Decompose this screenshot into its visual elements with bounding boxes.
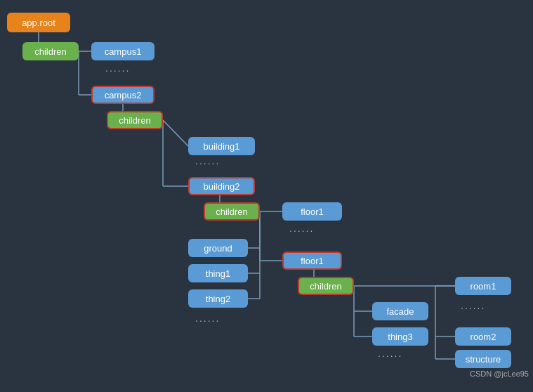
watermark: CSDN @jcLee95 (470, 370, 529, 378)
node-thing2[interactable]: thing2 (188, 289, 248, 308)
node-campus2[interactable]: campus2 (91, 86, 154, 104)
node-thing1[interactable]: thing1 (188, 264, 248, 282)
svg-line-5 (163, 120, 188, 146)
node-children-3[interactable]: children (204, 202, 260, 221)
node-building2[interactable]: building2 (188, 177, 255, 195)
node-children-1[interactable]: children (22, 42, 79, 60)
node-ground[interactable]: ground (188, 239, 248, 257)
diagram-container: app.root children campus1 campus2 childr… (0, 0, 533, 379)
dots-1: ······ (105, 65, 130, 76)
node-room1[interactable]: room1 (455, 277, 511, 295)
node-structure[interactable]: structure (455, 350, 511, 368)
node-facade[interactable]: facade (372, 302, 428, 320)
node-building1[interactable]: building1 (188, 137, 255, 155)
node-campus1[interactable]: campus1 (91, 42, 154, 60)
node-thing3[interactable]: thing3 (372, 327, 428, 346)
connector-lines (0, 0, 533, 379)
node-children-2[interactable]: children (107, 111, 163, 129)
node-root[interactable]: app.root (7, 13, 70, 32)
dots-3: ······ (289, 225, 314, 236)
dots-4: ······ (195, 315, 220, 326)
node-floor1a[interactable]: floor1 (282, 202, 342, 221)
node-children-4[interactable]: children (298, 277, 354, 295)
node-room2[interactable]: room2 (455, 327, 511, 346)
dots-2: ······ (195, 157, 220, 169)
dots-6: ······ (378, 350, 402, 361)
dots-5: ······ (461, 302, 485, 313)
node-floor1b[interactable]: floor1 (282, 251, 342, 270)
